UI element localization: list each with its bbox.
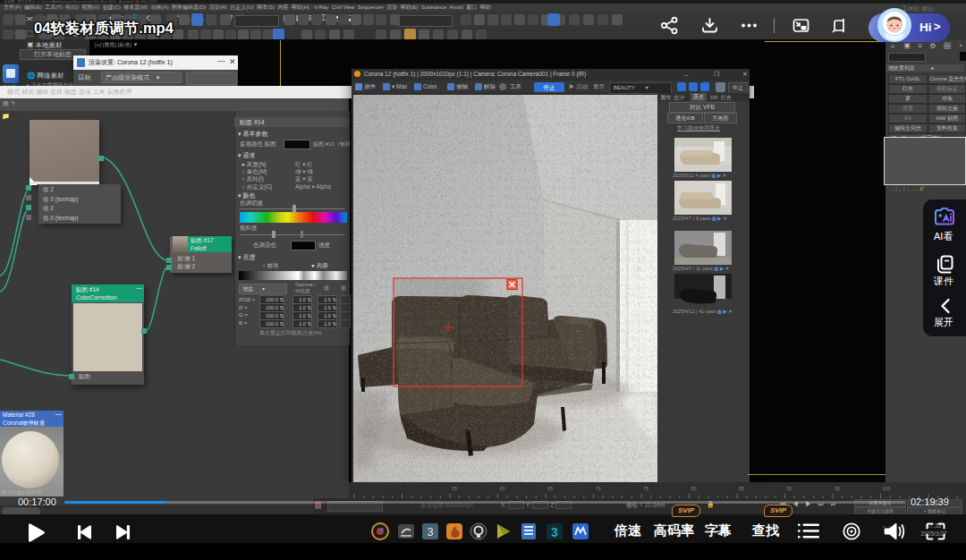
svg-text:3: 3: [551, 525, 558, 539]
svg-text:3: 3: [427, 525, 433, 539]
